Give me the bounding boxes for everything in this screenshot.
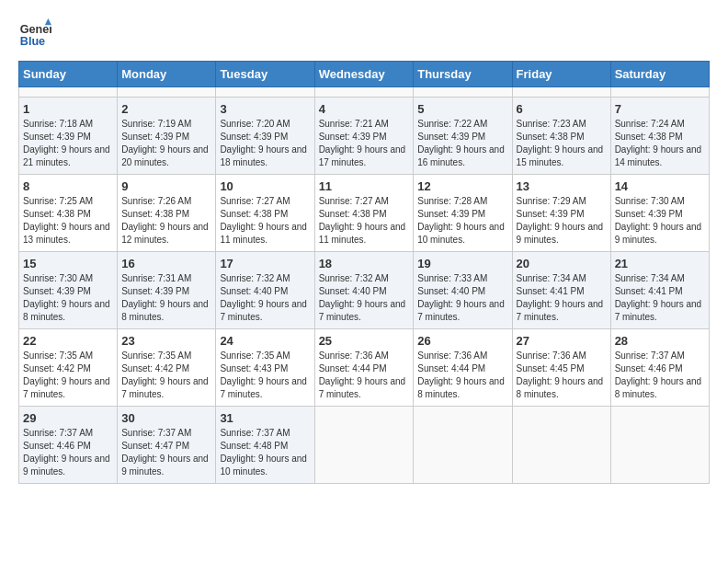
calendar-cell: 3Sunrise: 7:20 AMSunset: 4:39 PMDaylight…	[216, 98, 314, 175]
day-number: 24	[220, 334, 310, 348]
day-info: Sunrise: 7:36 AMSunset: 4:44 PMDaylight:…	[417, 350, 507, 401]
calendar-cell: 11Sunrise: 7:27 AMSunset: 4:38 PMDayligh…	[314, 175, 414, 252]
calendar-cell: 9Sunrise: 7:26 AMSunset: 4:38 PMDaylight…	[118, 175, 216, 252]
day-number: 2	[121, 102, 211, 116]
calendar-cell: 18Sunrise: 7:32 AMSunset: 4:40 PMDayligh…	[314, 252, 414, 329]
day-info: Sunrise: 7:33 AMSunset: 4:40 PMDaylight:…	[417, 272, 507, 324]
svg-marker-2	[45, 18, 51, 25]
day-number: 10	[220, 179, 310, 193]
calendar-week-1: 1Sunrise: 7:18 AMSunset: 4:39 PMDaylight…	[19, 98, 710, 175]
calendar-cell: 28Sunrise: 7:37 AMSunset: 4:46 PMDayligh…	[610, 329, 709, 407]
day-number: 9	[121, 179, 211, 193]
calendar-week-3: 15Sunrise: 7:30 AMSunset: 4:39 PMDayligh…	[19, 252, 710, 329]
day-info: Sunrise: 7:18 AMSunset: 4:39 PMDaylight:…	[23, 118, 113, 169]
calendar-cell: 6Sunrise: 7:23 AMSunset: 4:38 PMDaylight…	[512, 98, 610, 175]
day-number: 25	[319, 334, 410, 348]
logo-icon: General Blue	[18, 18, 51, 52]
calendar-cell: 31Sunrise: 7:37 AMSunset: 4:48 PMDayligh…	[216, 407, 314, 484]
calendar-cell	[216, 87, 314, 98]
calendar-table: SundayMondayTuesdayWednesdayThursdayFrid…	[18, 61, 710, 484]
calendar-cell: 26Sunrise: 7:36 AMSunset: 4:44 PMDayligh…	[414, 329, 512, 407]
logo: General Blue	[18, 18, 55, 52]
calendar-cell: 16Sunrise: 7:31 AMSunset: 4:39 PMDayligh…	[118, 252, 216, 329]
day-number: 3	[220, 102, 310, 116]
calendar-cell	[19, 87, 118, 98]
day-header-monday: Monday	[118, 62, 216, 87]
day-info: Sunrise: 7:36 AMSunset: 4:44 PMDaylight:…	[319, 350, 410, 401]
day-info: Sunrise: 7:31 AMSunset: 4:39 PMDaylight:…	[121, 272, 211, 324]
day-info: Sunrise: 7:34 AMSunset: 4:41 PMDaylight:…	[615, 272, 705, 324]
day-number: 22	[23, 334, 113, 348]
day-info: Sunrise: 7:22 AMSunset: 4:39 PMDaylight:…	[417, 118, 507, 169]
calendar-cell	[314, 87, 414, 98]
calendar-cell: 17Sunrise: 7:32 AMSunset: 4:40 PMDayligh…	[216, 252, 314, 329]
day-number: 19	[417, 257, 507, 270]
day-number: 20	[517, 257, 607, 270]
day-number: 16	[121, 257, 211, 270]
day-number: 1	[23, 102, 113, 116]
calendar-cell	[118, 87, 216, 98]
day-info: Sunrise: 7:37 AMSunset: 4:46 PMDaylight:…	[615, 350, 705, 401]
day-info: Sunrise: 7:32 AMSunset: 4:40 PMDaylight:…	[220, 272, 310, 324]
day-number: 26	[417, 334, 507, 348]
day-info: Sunrise: 7:27 AMSunset: 4:38 PMDaylight:…	[220, 195, 310, 247]
day-info: Sunrise: 7:25 AMSunset: 4:38 PMDaylight:…	[23, 195, 113, 247]
calendar-cell: 20Sunrise: 7:34 AMSunset: 4:41 PMDayligh…	[512, 252, 610, 329]
calendar-cell: 10Sunrise: 7:27 AMSunset: 4:38 PMDayligh…	[216, 175, 314, 252]
day-number: 28	[615, 334, 705, 348]
day-number: 8	[23, 179, 113, 193]
day-info: Sunrise: 7:34 AMSunset: 4:41 PMDaylight:…	[517, 272, 607, 324]
day-info: Sunrise: 7:23 AMSunset: 4:38 PMDaylight:…	[517, 118, 607, 169]
calendar-cell: 22Sunrise: 7:35 AMSunset: 4:42 PMDayligh…	[19, 329, 118, 407]
day-number: 23	[121, 334, 211, 348]
calendar-cell: 7Sunrise: 7:24 AMSunset: 4:38 PMDaylight…	[610, 98, 709, 175]
day-number: 11	[319, 179, 410, 193]
day-number: 30	[121, 411, 211, 425]
day-number: 31	[220, 411, 310, 425]
calendar-week-4: 22Sunrise: 7:35 AMSunset: 4:42 PMDayligh…	[19, 329, 710, 407]
day-number: 5	[417, 102, 507, 116]
day-info: Sunrise: 7:20 AMSunset: 4:39 PMDaylight:…	[220, 118, 310, 169]
calendar-cell	[610, 407, 709, 484]
day-info: Sunrise: 7:30 AMSunset: 4:39 PMDaylight:…	[615, 195, 705, 247]
day-number: 14	[615, 179, 705, 193]
calendar-cell: 29Sunrise: 7:37 AMSunset: 4:46 PMDayligh…	[19, 407, 118, 484]
calendar-cell: 27Sunrise: 7:36 AMSunset: 4:45 PMDayligh…	[512, 329, 610, 407]
day-header-thursday: Thursday	[414, 62, 512, 87]
calendar-cell	[414, 407, 512, 484]
day-header-sunday: Sunday	[19, 62, 118, 87]
svg-text:Blue: Blue	[20, 35, 45, 48]
day-header-friday: Friday	[512, 62, 610, 87]
calendar-week-5: 29Sunrise: 7:37 AMSunset: 4:46 PMDayligh…	[19, 407, 710, 484]
calendar-cell: 23Sunrise: 7:35 AMSunset: 4:42 PMDayligh…	[118, 329, 216, 407]
day-info: Sunrise: 7:19 AMSunset: 4:39 PMDaylight:…	[121, 118, 211, 169]
day-number: 27	[517, 334, 607, 348]
day-number: 21	[615, 257, 705, 270]
day-info: Sunrise: 7:29 AMSunset: 4:39 PMDaylight:…	[517, 195, 607, 247]
day-number: 17	[220, 257, 310, 270]
day-info: Sunrise: 7:37 AMSunset: 4:46 PMDaylight:…	[23, 427, 113, 478]
calendar-cell: 15Sunrise: 7:30 AMSunset: 4:39 PMDayligh…	[19, 252, 118, 329]
calendar-cell: 12Sunrise: 7:28 AMSunset: 4:39 PMDayligh…	[414, 175, 512, 252]
day-info: Sunrise: 7:21 AMSunset: 4:39 PMDaylight:…	[319, 118, 410, 169]
calendar-cell	[512, 407, 610, 484]
calendar-cell: 24Sunrise: 7:35 AMSunset: 4:43 PMDayligh…	[216, 329, 314, 407]
day-info: Sunrise: 7:28 AMSunset: 4:39 PMDaylight:…	[417, 195, 507, 247]
calendar-cell: 14Sunrise: 7:30 AMSunset: 4:39 PMDayligh…	[610, 175, 709, 252]
day-header-wednesday: Wednesday	[314, 62, 414, 87]
day-info: Sunrise: 7:27 AMSunset: 4:38 PMDaylight:…	[319, 195, 410, 247]
calendar-cell	[314, 407, 414, 484]
calendar-cell: 19Sunrise: 7:33 AMSunset: 4:40 PMDayligh…	[414, 252, 512, 329]
calendar-cell	[414, 87, 512, 98]
day-info: Sunrise: 7:35 AMSunset: 4:42 PMDaylight:…	[23, 350, 113, 401]
day-info: Sunrise: 7:35 AMSunset: 4:42 PMDaylight:…	[121, 350, 211, 401]
calendar-cell: 21Sunrise: 7:34 AMSunset: 4:41 PMDayligh…	[610, 252, 709, 329]
calendar-header-row: SundayMondayTuesdayWednesdayThursdayFrid…	[19, 62, 710, 87]
calendar-cell: 13Sunrise: 7:29 AMSunset: 4:39 PMDayligh…	[512, 175, 610, 252]
day-info: Sunrise: 7:37 AMSunset: 4:47 PMDaylight:…	[121, 427, 211, 478]
calendar-cell: 30Sunrise: 7:37 AMSunset: 4:47 PMDayligh…	[118, 407, 216, 484]
day-number: 12	[417, 179, 507, 193]
day-header-saturday: Saturday	[610, 62, 709, 87]
day-number: 7	[615, 102, 705, 116]
day-info: Sunrise: 7:24 AMSunset: 4:38 PMDaylight:…	[615, 118, 705, 169]
